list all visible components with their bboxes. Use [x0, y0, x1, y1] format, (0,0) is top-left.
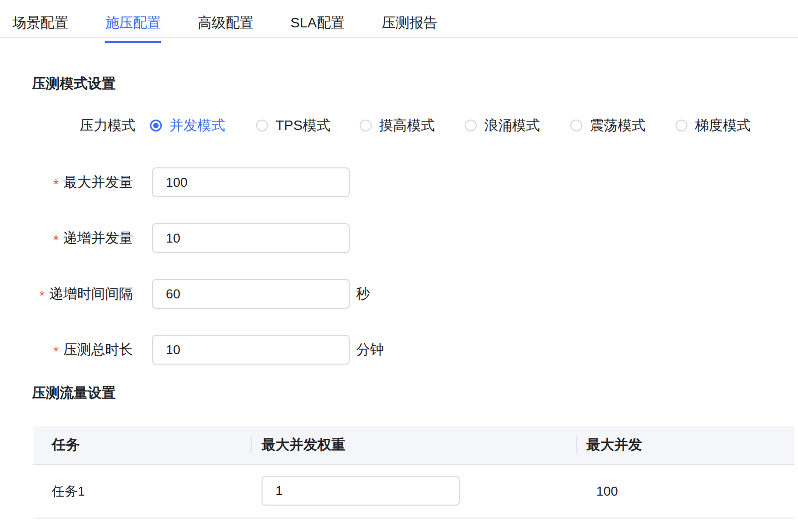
required-asterisk: * [53, 231, 59, 245]
total-duration-label: * 压测总时长 [0, 335, 133, 365]
table-row: 任务1 100 [33, 465, 794, 519]
field-label-text: 递增并发量 [63, 229, 133, 248]
required-asterisk: * [53, 175, 59, 189]
column-divider [576, 436, 577, 454]
column-header-max-concurrency: 最大并发 [586, 426, 642, 464]
max-concurrency-label: * 最大并发量 [0, 167, 133, 197]
tab-scene-config[interactable]: 场景配置 [12, 13, 68, 37]
radio-unselected-icon [465, 120, 477, 132]
increment-interval-label: * 递增时间间隔 [0, 279, 133, 309]
traffic-table: 任务 最大并发权重 最大并发 任务1 100 [33, 426, 794, 519]
tab-report[interactable]: 压测报告 [382, 13, 437, 37]
radio-oscillate-mode[interactable]: 震荡模式 [570, 119, 646, 133]
tab-advanced-config[interactable]: 高级配置 [198, 13, 254, 37]
radio-peak-mode[interactable]: 摸高模式 [360, 119, 435, 133]
field-label-text: 压测总时长 [63, 340, 133, 359]
radio-option-label: TPS模式 [275, 119, 330, 133]
radio-unselected-icon [360, 120, 372, 132]
section-title-mode: 压测模式设置 [32, 76, 116, 92]
minutes-unit-label: 分钟 [356, 335, 384, 365]
radio-option-label: 震荡模式 [590, 119, 646, 133]
load-test-config-page: 场景配置 施压配置 高级配置 SLA配置 压测报告 压测模式设置 压力模式 并发… [0, 0, 798, 532]
increment-concurrency-input[interactable] [152, 223, 350, 253]
weight-input[interactable] [262, 476, 460, 506]
radio-tps-mode[interactable]: TPS模式 [256, 119, 330, 133]
column-header-task: 任务 [52, 426, 80, 464]
max-concurrency-cell: 100 [596, 465, 618, 518]
radio-surge-mode[interactable]: 浪涌模式 [465, 119, 540, 133]
radio-option-label: 梯度模式 [695, 119, 751, 133]
radio-option-label: 并发模式 [169, 119, 225, 133]
total-duration-input[interactable] [152, 335, 350, 365]
radio-option-label: 摸高模式 [379, 119, 435, 133]
column-header-weight: 最大并发权重 [262, 426, 345, 464]
radio-concurrent-mode[interactable]: 并发模式 [150, 119, 225, 133]
radio-option-label: 浪涌模式 [484, 119, 540, 133]
required-asterisk: * [39, 287, 45, 301]
section-title-traffic: 压测流量设置 [32, 385, 116, 401]
seconds-unit-label: 秒 [356, 279, 370, 309]
column-divider [251, 436, 252, 454]
radio-unselected-icon [675, 120, 687, 132]
traffic-table-header: 任务 最大并发权重 最大并发 [33, 426, 794, 465]
tab-bar: 场景配置 施压配置 高级配置 SLA配置 压测报告 [0, 0, 798, 38]
increment-concurrency-label: * 递增并发量 [0, 223, 133, 253]
radio-unselected-icon [256, 120, 268, 132]
required-asterisk: * [53, 343, 59, 357]
radio-gradient-mode[interactable]: 梯度模式 [675, 119, 751, 133]
tab-sla-config[interactable]: SLA配置 [290, 13, 345, 37]
pressure-mode-label: 压力模式 [80, 119, 135, 133]
tab-pressure-config[interactable]: 施压配置 [105, 13, 161, 37]
radio-selected-icon [150, 120, 162, 132]
field-label-text: 最大并发量 [63, 173, 133, 192]
task-name-cell: 任务1 [52, 465, 85, 518]
increment-interval-input[interactable] [152, 279, 350, 309]
radio-unselected-icon [570, 120, 582, 132]
field-label-text: 递增时间间隔 [49, 284, 133, 303]
max-concurrency-input[interactable] [152, 167, 350, 197]
